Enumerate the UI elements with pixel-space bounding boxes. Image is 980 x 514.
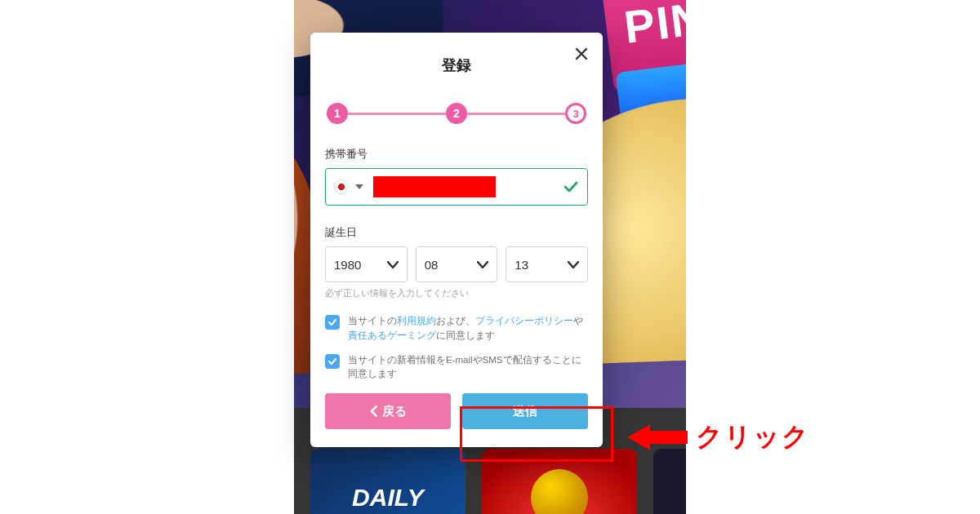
game-tile-daily[interactable] — [310, 449, 466, 514]
day-value: 13 — [514, 258, 528, 272]
terms-checkbox[interactable] — [325, 315, 340, 330]
flag-jp-icon — [334, 179, 349, 194]
step-line — [467, 113, 565, 115]
dob-selects: 1980 08 13 — [325, 246, 588, 282]
news-checkbox[interactable] — [325, 354, 340, 369]
back-button[interactable]: 戻る — [325, 393, 451, 429]
annotation-callout: クリック — [627, 419, 810, 455]
chevron-down-icon — [477, 261, 488, 268]
chevron-down-icon — [568, 261, 579, 268]
game-tile-pragmatic[interactable] — [653, 449, 686, 514]
button-row: 戻る 送信 — [325, 393, 588, 429]
check-icon — [327, 357, 337, 366]
phone-input[interactable] — [325, 168, 588, 206]
month-select[interactable]: 08 — [416, 246, 498, 282]
day-select[interactable]: 13 — [506, 246, 588, 282]
country-caret-icon — [355, 184, 363, 189]
terms-text: 当サイトの利用規約および、プライバシーポリシーや責任あるゲーミングに同意します — [348, 314, 588, 343]
terms-link[interactable]: 利用規約 — [397, 316, 436, 326]
chevron-down-icon — [387, 261, 399, 268]
submit-label: 送信 — [513, 404, 537, 419]
news-row: 当サイトの新着情報をE-mailやSMSで配信することに同意します — [325, 353, 588, 383]
year-select[interactable]: 1980 — [325, 246, 408, 282]
year-value: 1980 — [334, 258, 361, 272]
step-3: 3 — [565, 103, 586, 124]
check-icon — [327, 317, 337, 327]
submit-button[interactable]: 送信 — [462, 393, 588, 429]
news-text: 当サイトの新着情報をE-mailやSMSで配信することに同意します — [348, 353, 588, 383]
step-2: 2 — [446, 103, 467, 124]
progress-stepper: 1 2 3 — [325, 103, 588, 124]
valid-check-icon — [563, 179, 579, 195]
dob-label: 誕生日 — [325, 225, 588, 240]
month-value: 08 — [425, 258, 439, 272]
arrow-left-icon — [627, 424, 688, 450]
phone-value-redacted — [373, 176, 496, 197]
registration-modal: 登録 1 2 3 携帯番号 誕生日 1980 08 — [310, 33, 603, 447]
game-tile-bell[interactable] — [482, 449, 637, 514]
modal-title: 登録 — [325, 55, 588, 75]
dob-helper: 必ず正しい情報を入力してください — [325, 287, 588, 299]
callout-text: クリック — [696, 419, 810, 455]
terms-mid1: および、 — [436, 316, 475, 326]
terms-post: に同意します — [436, 330, 495, 340]
step-line — [348, 113, 446, 115]
terms-row: 当サイトの利用規約および、プライバシーポリシーや責任あるゲーミングに同意します — [325, 314, 588, 343]
spin-badge-text: PIN — [621, 0, 686, 53]
chevron-left-icon — [370, 405, 377, 417]
step-1: 1 — [327, 103, 348, 124]
privacy-link[interactable]: プライバシーポリシー — [475, 316, 573, 326]
phone-label: 携帯番号 — [325, 147, 588, 162]
terms-pre: 当サイトの — [348, 316, 397, 326]
terms-mid2: や — [573, 316, 583, 326]
back-label: 戻る — [382, 404, 407, 419]
responsible-gaming-link[interactable]: 責任あるゲーミング — [348, 330, 436, 340]
close-button[interactable] — [572, 44, 591, 64]
close-icon — [575, 47, 588, 60]
